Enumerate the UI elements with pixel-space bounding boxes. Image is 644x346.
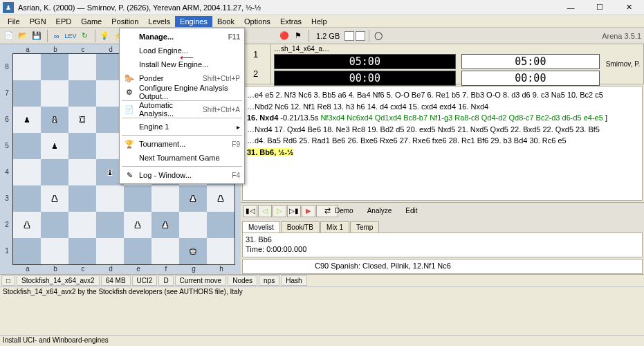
square-f1[interactable] — [151, 238, 179, 264]
nav-prev-button[interactable]: ◁ — [258, 205, 272, 217]
square-a1[interactable] — [13, 238, 41, 264]
reload-icon[interactable]: ↻ — [78, 30, 91, 42]
status-bar-3: Install UCI- and Winboard-engines — [0, 335, 644, 346]
square-a6[interactable]: ♟ — [13, 107, 41, 133]
square-d1[interactable] — [96, 238, 124, 264]
title-bar: ♟ Asrian, K. (2000) — Smirnov, P. (2626)… — [0, 0, 644, 15]
menu-epd[interactable]: EPD — [51, 16, 77, 27]
square-c4[interactable] — [68, 159, 96, 185]
infinity-icon[interactable]: ∞ — [50, 30, 63, 42]
close-button[interactable]: ✕ — [615, 1, 643, 14]
square-b6[interactable]: ♝ — [41, 107, 68, 133]
red-toggle-icon[interactable]: 🔴 — [278, 30, 291, 42]
engine1-button[interactable]: 1 — [241, 44, 270, 64]
square-c8[interactable] — [68, 54, 96, 80]
status-bar-2: Stockfish_14_x64_avx2 by the Stockfish d… — [0, 286, 644, 298]
status-square: □ — [1, 275, 15, 286]
menu-file[interactable]: File — [3, 16, 25, 27]
square-d3[interactable] — [96, 185, 124, 212]
menu-item[interactable]: Load Engine... — [121, 44, 243, 57]
circle-icon[interactable]: ◯ — [372, 30, 385, 42]
menu-extras[interactable]: Extras — [275, 16, 306, 27]
square-d2[interactable] — [96, 212, 124, 238]
square-a2[interactable]: ♟ — [13, 212, 41, 238]
maximize-button[interactable]: ☐ — [586, 1, 614, 14]
menu-levels[interactable]: Levels — [143, 16, 175, 27]
analyze-button[interactable]: Analyze — [367, 207, 392, 215]
square-a3[interactable] — [13, 185, 41, 212]
save-icon[interactable]: 💾 — [30, 30, 43, 42]
nav-play-button[interactable]: ▶ — [302, 205, 315, 217]
square-h1[interactable] — [207, 238, 234, 264]
menu-item[interactable]: Install New Engine... — [121, 57, 243, 71]
tab-mix 1[interactable]: Mix 1 — [320, 221, 349, 233]
square-b8[interactable] — [41, 54, 68, 80]
nav-next-button[interactable]: ▷ — [273, 205, 286, 217]
minimize-button[interactable]: — — [557, 1, 585, 14]
square-c7[interactable] — [68, 80, 96, 107]
square-c5[interactable] — [68, 133, 96, 159]
clock-black-left: 05:00 — [274, 54, 456, 69]
box-button-1[interactable] — [344, 31, 354, 41]
engine2-button[interactable]: 2 — [241, 64, 270, 84]
square-f3[interactable] — [151, 185, 179, 212]
flag-icon[interactable]: ⚑ — [292, 30, 304, 42]
square-a7[interactable] — [13, 80, 41, 107]
square-a5[interactable] — [13, 133, 41, 159]
tab-movelist[interactable]: Movelist — [242, 221, 280, 233]
new-icon[interactable]: 📄 — [3, 30, 15, 42]
tab-temp[interactable]: Temp — [350, 221, 379, 233]
tab-book/tb[interactable]: Book/TB — [281, 221, 320, 233]
box-button-2[interactable] — [356, 31, 365, 41]
player-name-right: Smirnov, P. — [602, 44, 644, 84]
menu-game[interactable]: Game — [76, 16, 107, 27]
menu-item[interactable]: 🏆Tournament...F9 — [121, 137, 243, 151]
nav-last-button[interactable]: ▷▮ — [287, 205, 301, 217]
menu-position[interactable]: Position — [107, 16, 143, 27]
square-g1[interactable]: ♚ — [179, 238, 207, 264]
square-g3[interactable]: ♟ — [179, 185, 207, 212]
nav-first-button[interactable]: ▮◁ — [243, 205, 257, 217]
level-icon[interactable]: LEV — [64, 30, 77, 42]
square-c3[interactable] — [68, 185, 96, 212]
square-e3[interactable] — [124, 185, 151, 212]
menu-item[interactable]: 🐎PonderShift+Ctrl+P — [121, 71, 243, 85]
moves-pane[interactable]: …e4 e5 2. Nf3 Nc6 3. Bb5 a6 4. Ba4 Nf6 5… — [242, 86, 643, 201]
menu-pgn[interactable]: PGN — [25, 16, 51, 27]
square-a4[interactable] — [13, 159, 41, 185]
square-h3[interactable]: ♟ — [207, 185, 234, 212]
engines-menu: Manage...F11Load Engine...Install New En… — [119, 28, 245, 184]
square-b5[interactable]: ♟ — [41, 133, 68, 159]
window-title: Asrian, K. (2000) — Smirnov, P. (2626), … — [18, 3, 557, 12]
menu-engines[interactable]: Engines — [175, 16, 212, 27]
tab-bar: MovelistBook/TBMix 1Temp — [241, 219, 644, 233]
square-a8[interactable] — [13, 54, 41, 80]
clock-row: 1 2 …sh_14_x64_a… 05:00 00:00 Stockfish_… — [241, 44, 644, 84]
square-c1[interactable] — [68, 238, 96, 264]
open-icon[interactable]: 📂 — [17, 30, 29, 42]
app-name: Arena 3.5.1 — [602, 32, 641, 40]
square-b1[interactable] — [41, 238, 68, 264]
square-g2[interactable] — [179, 212, 207, 238]
edit-button[interactable]: Edit — [405, 207, 417, 215]
square-b2[interactable] — [41, 212, 68, 238]
square-f2[interactable]: ♟ — [151, 212, 179, 238]
square-b4[interactable] — [41, 159, 68, 185]
square-b3[interactable]: ♟ — [41, 185, 68, 212]
square-e1[interactable] — [124, 238, 151, 264]
square-e2[interactable]: ♟ — [124, 212, 151, 238]
menu-item[interactable]: ✎Log - Window...F4 — [121, 168, 243, 182]
hint-icon[interactable]: 💡 — [98, 30, 111, 42]
menu-item[interactable]: 📄Automatic Analysis...Shift+Ctrl+A — [121, 102, 243, 116]
menu-help[interactable]: Help — [306, 16, 332, 27]
menu-item[interactable]: Next Tournament Game — [121, 151, 243, 165]
menu-book[interactable]: Book — [212, 16, 239, 27]
square-h2[interactable] — [207, 212, 234, 238]
menu-options[interactable]: Options — [239, 16, 275, 27]
square-c6[interactable]: ♜ — [68, 107, 96, 133]
menu-item[interactable]: Manage...F11 — [121, 30, 243, 44]
menu-item[interactable]: ⚙Configure Engine Analysis Output... — [121, 85, 243, 99]
square-c2[interactable] — [68, 212, 96, 238]
square-b7[interactable] — [41, 80, 68, 107]
menu-item[interactable]: Engine 1 — [121, 120, 243, 134]
